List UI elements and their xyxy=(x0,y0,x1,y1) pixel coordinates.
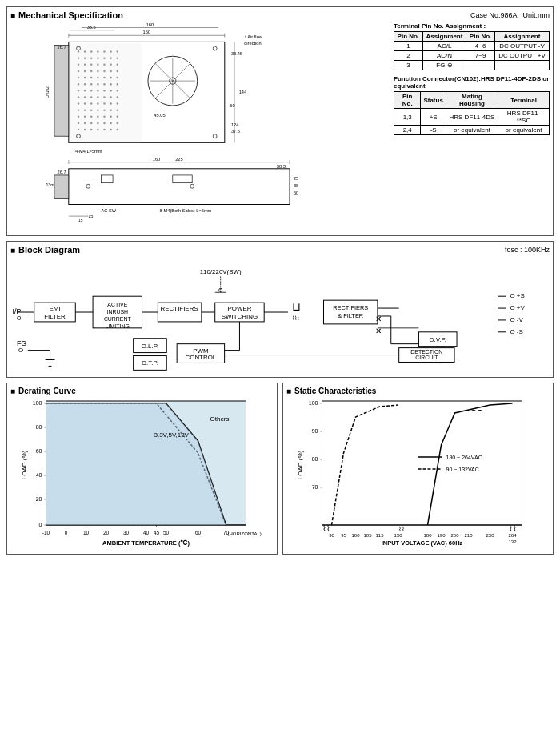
svg-text:190: 190 xyxy=(437,533,446,538)
svg-text:↑ Air flow: ↑ Air flow xyxy=(244,34,263,39)
svg-point-34 xyxy=(110,70,111,72)
svg-point-19 xyxy=(103,57,105,58)
svg-text:10: 10 xyxy=(83,530,90,535)
svg-text:INRUSH: INRUSH xyxy=(107,309,129,315)
svg-point-72 xyxy=(84,109,86,110)
svg-text:60: 60 xyxy=(36,448,42,454)
svg-point-137 xyxy=(190,184,194,188)
svg-text:25: 25 xyxy=(294,176,298,181)
svg-text:INPUT VOLTAGE (VAC) 60Hz: INPUT VOLTAGE (VAC) 60Hz xyxy=(382,539,463,547)
svg-text:38: 38 xyxy=(294,183,298,188)
svg-point-91 xyxy=(117,122,118,124)
svg-text:144: 144 xyxy=(239,90,246,94)
th-pin1: Pin No. xyxy=(394,32,423,42)
svg-text:8-M4(Both Sides) L=6mm: 8-M4(Both Sides) L=6mm xyxy=(160,208,212,213)
svg-point-84 xyxy=(117,116,118,118)
svg-text:O +V: O +V xyxy=(510,304,525,311)
cell: AC/L xyxy=(422,42,466,51)
svg-text:✕: ✕ xyxy=(375,315,382,323)
svg-text:60: 60 xyxy=(195,530,202,535)
svg-text:FILTER: FILTER xyxy=(44,313,66,320)
svg-point-90 xyxy=(110,122,111,124)
svg-text:⌇⌇⌇: ⌇⌇⌇ xyxy=(292,315,299,321)
svg-point-12 xyxy=(103,50,105,52)
svg-text:CIRCUIT: CIRCUIT xyxy=(415,355,438,360)
svg-text:200: 200 xyxy=(450,533,459,538)
svg-point-40 xyxy=(103,77,105,78)
svg-text:26.7: 26.7 xyxy=(58,45,66,50)
svg-point-94 xyxy=(90,129,92,130)
svg-point-61 xyxy=(103,96,105,98)
svg-rect-99 xyxy=(54,45,69,136)
svg-text:50: 50 xyxy=(294,191,298,195)
svg-point-89 xyxy=(103,122,105,124)
fosc-label: fosc : 100KHz xyxy=(505,246,550,254)
svg-point-86 xyxy=(84,122,86,124)
table-row: 3 FG ⊕ xyxy=(394,61,550,70)
svg-point-21 xyxy=(117,57,118,58)
svg-point-74 xyxy=(97,109,98,110)
svg-text:80: 80 xyxy=(312,456,318,462)
svg-point-32 xyxy=(97,70,98,72)
svg-point-82 xyxy=(103,116,105,118)
svg-point-69 xyxy=(110,102,111,104)
svg-point-42 xyxy=(117,77,118,78)
cell: FG ⊕ xyxy=(422,61,466,70)
svg-text:⊔: ⊔ xyxy=(292,300,301,313)
svg-point-59 xyxy=(90,96,92,98)
cell: +S xyxy=(421,109,446,126)
derating-title: Derating Curve xyxy=(18,387,76,395)
svg-point-36 xyxy=(78,77,79,78)
th-assign2: Assignment xyxy=(495,32,550,42)
svg-text:160: 160 xyxy=(146,22,154,27)
svg-point-78 xyxy=(78,116,79,118)
cell: or equivalent xyxy=(446,126,498,135)
svg-text:direction: direction xyxy=(244,41,261,46)
svg-point-102 xyxy=(213,46,217,50)
svg-text:124: 124 xyxy=(231,122,238,127)
svg-point-51 xyxy=(84,90,86,91)
cell: or equivalent xyxy=(498,126,550,135)
svg-text:(HORIZONTAL): (HORIZONTAL) xyxy=(228,531,262,536)
svg-text:O -S: O -S xyxy=(510,328,522,335)
static-char-title: Static Characteristics xyxy=(294,387,376,395)
svg-point-104 xyxy=(213,134,217,138)
svg-text:45.05: 45.05 xyxy=(154,113,165,118)
svg-point-136 xyxy=(86,184,90,188)
svg-point-13 xyxy=(110,50,111,52)
svg-text:100: 100 xyxy=(309,400,318,406)
svg-text:0: 0 xyxy=(39,522,42,527)
svg-text:230: 230 xyxy=(486,533,494,538)
terminal-pin-table: Pin No. Assignment Pin No. Assignment 1 … xyxy=(394,31,550,70)
svg-text:100: 100 xyxy=(351,533,360,538)
svg-text:4-M4 L=5mm: 4-M4 L=5mm xyxy=(75,149,102,154)
svg-text:80: 80 xyxy=(36,424,42,430)
svg-point-55 xyxy=(110,90,111,91)
th-assign1: Assignment xyxy=(422,32,466,42)
svg-point-79 xyxy=(84,116,86,118)
mechanical-section: ■ Mechanical Specification Case No.986A … xyxy=(6,6,554,236)
svg-text:90: 90 xyxy=(329,533,334,538)
svg-text:180 ~ 264VAC: 180 ~ 264VAC xyxy=(446,455,482,460)
svg-text:O +S: O +S xyxy=(510,292,524,299)
terminal-pin-title: Terminal Pin No. Assignment : xyxy=(394,22,550,30)
svg-point-28 xyxy=(117,64,118,66)
svg-text:3.3V,5V,12V: 3.3V,5V,12V xyxy=(154,431,190,439)
svg-point-98 xyxy=(117,129,118,130)
svg-text:⌢⌢: ⌢⌢ xyxy=(470,404,483,415)
svg-point-25 xyxy=(97,64,98,66)
block-diagram-title: Block Diagram xyxy=(18,245,80,255)
cell xyxy=(495,61,550,70)
svg-point-77 xyxy=(117,109,118,110)
svg-point-81 xyxy=(97,116,98,118)
svg-text:105: 105 xyxy=(363,533,372,538)
cell: HRS DF11-4DS xyxy=(446,109,498,126)
svg-text:CURRENT: CURRENT xyxy=(104,316,132,322)
cell: DC OUTPUT +V xyxy=(495,51,550,61)
mechanical-drawing-svg: CN102 150 33.5 xyxy=(10,22,354,231)
svg-point-57 xyxy=(78,96,79,98)
svg-text:O—: O— xyxy=(17,315,26,321)
svg-text:132: 132 xyxy=(508,539,517,544)
svg-point-26 xyxy=(103,64,105,66)
function-connector-title: Function Connector(CN102):HRS DF11-4DP-2… xyxy=(394,75,550,90)
